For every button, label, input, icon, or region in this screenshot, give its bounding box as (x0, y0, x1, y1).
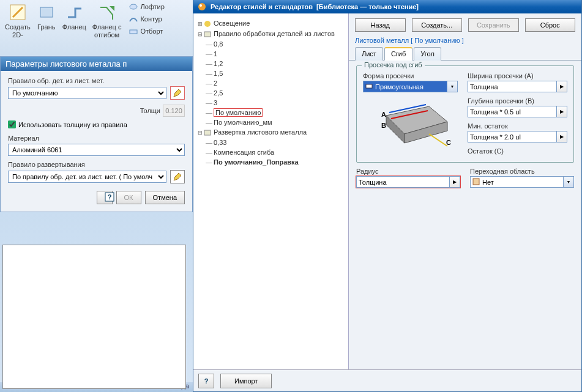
spinner-icon[interactable]: ▶ (557, 81, 567, 92)
ok-button[interactable]: ОК (116, 191, 141, 204)
svg-point-7 (200, 4, 202, 7)
dialog-bottom-bar: ? Импорт (193, 369, 581, 391)
unfold-label: Правило развертывания (8, 161, 185, 168)
relief-depth-input[interactable] (468, 106, 557, 117)
svg-rect-3 (130, 30, 137, 34)
transition-dropdown[interactable]: ▼ (564, 176, 574, 188)
thickness-input (163, 105, 185, 117)
tree-leaf[interactable]: Компенсация сгиба (214, 149, 274, 156)
relief-legend: Просечка под сгиб (362, 61, 425, 68)
content-area (2, 245, 186, 389)
app-icon (197, 2, 207, 12)
tab-bend[interactable]: Сгиб (384, 47, 412, 61)
spinner-icon[interactable]: ▶ (557, 131, 567, 142)
svg-text:C: C (446, 139, 451, 146)
reset-button[interactable]: Сброс (525, 18, 576, 32)
tree-node-unfold[interactable]: Развертка листового металла (214, 128, 307, 136)
radius-label: Радиус (356, 168, 460, 175)
use-thickness-checkbox[interactable] (8, 120, 16, 128)
edit-unfold-button[interactable] (170, 170, 185, 183)
collapse-icon[interactable]: ⊟ (197, 29, 203, 39)
min-remnant-label: Мин. остаток (468, 122, 567, 130)
material-label: Материал (8, 135, 185, 142)
radius-input[interactable] (356, 176, 450, 188)
svg-point-2 (130, 4, 137, 9)
spinner-icon[interactable]: ▶ (450, 176, 460, 188)
svg-point-6 (198, 3, 206, 10)
tree-leaf[interactable]: 3 (214, 99, 217, 106)
breadcrumb-link[interactable]: [ По умолчанию ] (411, 37, 464, 44)
svg-text:A: A (381, 111, 386, 118)
ribbon-toolbar: Создать 2D- Грань Фланец Фланец с отгибо… (0, 0, 193, 55)
tab-corner[interactable]: Угол (414, 47, 441, 61)
svg-rect-11 (366, 84, 372, 88)
relief-depth-label: Глубина просечки (B) (468, 97, 567, 105)
create-button[interactable]: Создать... (412, 18, 463, 32)
bevel-button[interactable]: Отборт (127, 26, 165, 37)
rule-label: Правило обр. дет. из лист. мет. (8, 77, 185, 84)
tree-pane: ⊞Освещение ⊟Правило обработки деталей из… (193, 13, 349, 390)
svg-line-19 (429, 134, 447, 146)
edit-rule-button[interactable] (170, 86, 185, 100)
relief-fieldset: Просечка под сгиб Форма просечки Прямоуг… (356, 65, 574, 163)
cancel-button[interactable]: Отмена (145, 191, 185, 204)
tree-leaf[interactable]: 1,2 (214, 60, 223, 67)
relief-shape-dropdown[interactable]: ▼ (447, 81, 458, 92)
transition-label: Переходная область (470, 168, 574, 175)
svg-rect-21 (473, 179, 479, 185)
relief-preview-icon: A B C (368, 97, 453, 151)
relief-width-input[interactable] (468, 81, 557, 92)
tree-node-lighting[interactable]: Освещение (214, 20, 250, 27)
collapse-icon[interactable]: ⊟ (197, 128, 203, 138)
tree-leaf[interactable]: По умолчанию_мм (214, 119, 272, 126)
breadcrumb-link[interactable]: Листовой металл (355, 37, 409, 44)
svg-rect-9 (204, 32, 211, 37)
create-2d-button[interactable]: Создать 2D- (2, 1, 33, 40)
flange-button[interactable]: Фланец (60, 1, 89, 32)
unfold-select[interactable]: По правилу обр. дет. из лист. мет. ( По … (8, 171, 166, 183)
help-button[interactable]: ? (198, 374, 214, 388)
style-editor-titlebar: Редактор стилей и стандартов [Библиотека… (193, 0, 581, 13)
expand-icon[interactable]: ⊞ (197, 19, 203, 29)
relief-shape-label: Форма просечки (363, 72, 458, 80)
svg-rect-10 (204, 130, 211, 135)
tree-node-sheet-rule[interactable]: Правило обработки деталей из листов (214, 30, 335, 37)
save-button[interactable]: Сохранить (468, 18, 519, 32)
tree-leaf[interactable]: 0,33 (214, 139, 226, 146)
svg-point-8 (204, 21, 211, 27)
contour-button[interactable]: Контур (127, 13, 165, 24)
tree-leaf-selected[interactable]: По умолчанию (214, 108, 263, 117)
back-button[interactable]: Назад (355, 18, 406, 32)
min-remnant-input[interactable] (468, 131, 557, 142)
help-button[interactable]: ? (97, 191, 113, 204)
tree-leaf[interactable]: 1,5 (214, 70, 223, 77)
remnant-c-label: Остаток (C) (468, 147, 567, 155)
face-button[interactable]: Грань (34, 1, 59, 32)
tree-leaf[interactable]: 2 (214, 80, 217, 87)
svg-text:B: B (381, 122, 386, 129)
tree-leaf[interactable]: 2,5 (214, 89, 223, 97)
dialog-title: Параметры листового металла п (1, 57, 192, 71)
tree-leaf[interactable]: По умолчанию_Поправка (214, 158, 299, 166)
import-button[interactable]: Импорт (220, 374, 272, 388)
spinner-icon[interactable]: ▶ (557, 106, 567, 117)
relief-width-label: Ширина просечки (A) (468, 72, 567, 80)
material-select[interactable]: Алюминий 6061 (8, 144, 185, 156)
rule-select[interactable]: По умолчанию (8, 87, 166, 99)
breadcrumb: Листовой металл [ По умолчанию ] (349, 34, 581, 46)
thickness-label: Толщи (140, 107, 160, 114)
tree-leaf[interactable]: 1 (214, 50, 217, 57)
style-tree[interactable]: ⊞Освещение ⊟Правило обработки деталей из… (196, 18, 346, 167)
main-pane: Назад Создать... Сохранить Сброс Листово… (349, 13, 581, 390)
use-thickness-label: Использовать толщину из правила (18, 121, 127, 128)
svg-text:?: ? (107, 193, 111, 201)
style-editor-dialog: Редактор стилей и стандартов [Библиотека… (193, 0, 582, 392)
flange-bend-button[interactable]: Фланец с отгибом (90, 1, 124, 40)
tab-sheet[interactable]: Лист (355, 47, 383, 61)
loft-button[interactable]: Лофтир (127, 1, 165, 12)
sheet-metal-params-dialog: Параметры листового металла п Правило об… (0, 56, 193, 212)
svg-rect-1 (40, 7, 53, 17)
tree-leaf[interactable]: 0,8 (214, 40, 223, 48)
